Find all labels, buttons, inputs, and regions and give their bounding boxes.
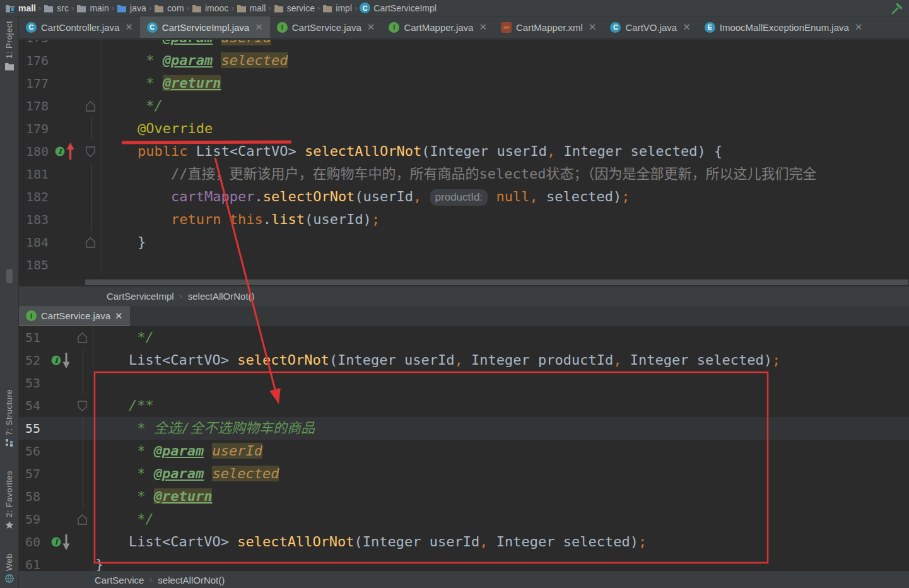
code-segment — [204, 443, 212, 459]
fold-marker-slot[interactable] — [72, 394, 93, 417]
fold-up-icon[interactable] — [86, 101, 95, 112]
chevron-right-icon: › — [317, 3, 320, 13]
code-line-182: 182 cartMapper.selectOrNot(userId, produ… — [19, 185, 909, 208]
fold-down-icon[interactable] — [86, 146, 95, 157]
package-icon — [237, 4, 247, 13]
code-line-51: 51 */ — [19, 326, 909, 349]
fold-up-icon[interactable] — [78, 514, 87, 525]
fold-marker-slot — [72, 372, 93, 394]
path-item-CartServiceImpl[interactable]: CCartServiceImpl — [360, 3, 437, 13]
code-text: List<CartVO> selectAllOrNot(Integer user… — [93, 531, 909, 553]
path-item-impl[interactable]: impl — [322, 3, 352, 13]
tab-cart-service-bottom[interactable]: I CartService.java ✕ — [19, 306, 130, 326]
fold-up-icon[interactable] — [86, 237, 95, 248]
line-number: 176 — [19, 49, 52, 72]
breadcrumb: mall›src›main›java›com›imooc›mall›servic… — [5, 3, 437, 13]
class-icon: C — [360, 3, 370, 13]
tab-CartMapper.java[interactable]: ICartMapper.java✕ — [382, 16, 494, 38]
impl-circle-icon[interactable]: I — [51, 537, 61, 547]
tab-CartVO.java[interactable]: CCartVO.java✕ — [603, 16, 697, 38]
gutter-icon-slot — [52, 117, 79, 140]
tab-CartServiceImpl.java[interactable]: CCartServiceImpl.java✕ — [140, 16, 270, 38]
breadcrumb-item-cartserviceimpl[interactable]: CartServiceImpl — [107, 291, 174, 302]
code-segment: * — [104, 75, 163, 91]
code-segment: public — [138, 143, 196, 159]
stripe-button-7-structure[interactable]: 7: Structure — [4, 386, 14, 450]
breadcrumb-item-cartservice[interactable]: CartService — [95, 575, 144, 585]
stripe-button-web[interactable]: Web — [4, 550, 14, 586]
close-icon[interactable]: ✕ — [255, 21, 263, 33]
gutter-icon-slot — [48, 394, 72, 417]
close-icon[interactable]: ✕ — [115, 310, 123, 322]
close-icon[interactable]: ✕ — [479, 21, 487, 33]
code-segment: //直接，更新该用户，在购物车中的，所有商品的selected状态；（因为是全部… — [171, 166, 816, 182]
line-number: 53 — [19, 372, 48, 394]
path-item-mall[interactable]: mall — [237, 3, 266, 13]
code-segment: list — [271, 211, 305, 227]
line-number: 51 — [19, 326, 48, 349]
path-item-java[interactable]: java — [117, 3, 146, 13]
breadcrumb-item-selectallornot[interactable]: selectAllOrNot() — [158, 575, 225, 585]
fold-marker-slot[interactable] — [72, 508, 93, 531]
code-line-60: 60I List<CartVO> selectAllOrNot(Integer … — [19, 531, 909, 553]
code-segment: List<CartVO> — [95, 534, 237, 550]
tab-CartMapper.xml[interactable]: </>CartMapper.xml✕ — [494, 16, 603, 38]
build-hammer-icon[interactable] — [890, 1, 904, 15]
fold-up-icon[interactable] — [78, 332, 87, 343]
horizontal-scrollbar — [19, 278, 909, 286]
code-segment: , — [455, 352, 463, 368]
close-icon[interactable]: ✕ — [589, 21, 597, 33]
fold-marker-slot — [72, 462, 93, 485]
tab-CartService.java[interactable]: ICartService.java✕ — [270, 16, 382, 38]
close-icon[interactable]: ✕ — [125, 21, 133, 33]
stripe-splitter-handle[interactable] — [6, 269, 13, 283]
gutter-icon-slot — [48, 417, 72, 440]
code-text: * 全选/全不选购物车的商品 — [93, 417, 909, 440]
breadcrumb-item-selectallornot[interactable]: selectAllOrNot() — [188, 291, 255, 302]
code-segment: } — [95, 556, 103, 571]
path-item-label: impl — [336, 3, 352, 13]
code-segment: * — [104, 40, 163, 45]
fold-marker-slot[interactable] — [79, 140, 102, 163]
path-item-label: main — [90, 3, 108, 13]
code-segment: , — [547, 143, 555, 159]
path-item-imooc[interactable]: imooc — [192, 3, 228, 13]
code-line-184: 184 } — [19, 231, 909, 254]
gray-down-arrow-icon[interactable] — [62, 534, 70, 551]
path-item-main[interactable]: main — [76, 3, 108, 13]
red-up-arrow-icon[interactable] — [66, 142, 74, 161]
path-item-com[interactable]: com — [154, 3, 184, 13]
fold-down-icon[interactable] — [78, 401, 87, 411]
path-item-src[interactable]: src — [44, 3, 69, 13]
code-text: //直接，更新该用户，在购物车中的，所有商品的selected状态；（因为是全部… — [102, 163, 909, 185]
path-item-mall[interactable]: mall — [5, 3, 36, 13]
line-number: 55 — [19, 417, 48, 440]
stripe-button-1-project[interactable]: 1: Project — [4, 18, 15, 74]
fold-marker-slot[interactable] — [72, 326, 93, 349]
impl-circle-icon[interactable]: I — [51, 355, 61, 365]
impl-circle-icon[interactable]: I — [55, 146, 65, 156]
code-line-57: 57 * @param selected — [19, 462, 909, 485]
code-text: */ — [93, 326, 909, 349]
fold-marker-slot[interactable] — [79, 95, 102, 117]
tab-ImoocMallExceptionEnum.java[interactable]: EImoocMallExceptionEnum.java✕ — [698, 16, 870, 38]
code-segment — [104, 121, 138, 136]
stripe-button-2-favorites[interactable]: 2: Favorites — [4, 467, 14, 532]
code-line-61: 61} — [19, 553, 909, 571]
gray-down-arrow-icon[interactable] — [62, 352, 70, 369]
scrollbar-thumb[interactable] — [85, 279, 908, 285]
close-icon[interactable]: ✕ — [367, 21, 375, 33]
tab-CartController.java[interactable]: CCartController.java✕ — [19, 16, 140, 38]
close-icon[interactable]: ✕ — [683, 21, 691, 33]
path-item-service[interactable]: service — [274, 3, 315, 13]
code-segment: , — [479, 534, 488, 550]
code-segment: * — [95, 443, 154, 459]
project-stripe-icon — [4, 62, 15, 71]
code-line-185: 185 — [19, 254, 909, 276]
code-segment: ; — [621, 189, 630, 204]
project-icon — [5, 4, 15, 13]
line-number: 182 — [19, 185, 52, 208]
code-line-176: 176 * @param selected — [19, 49, 909, 72]
fold-marker-slot[interactable] — [79, 231, 102, 254]
close-icon[interactable]: ✕ — [855, 21, 863, 33]
